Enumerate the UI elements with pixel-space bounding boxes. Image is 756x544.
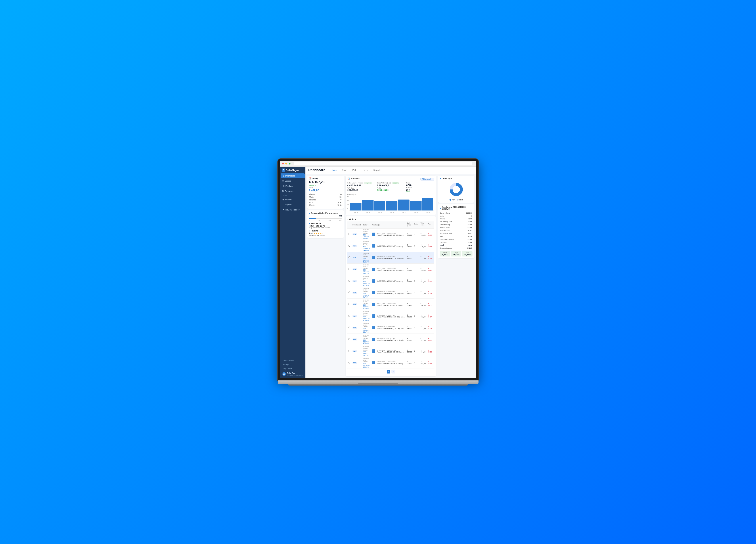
url-bar[interactable] bbox=[294, 162, 472, 165]
nav-trends[interactable]: Trends bbox=[361, 168, 370, 172]
row-order-2: 25.09.23 15:44 • Pending 305-5310003-612… bbox=[362, 252, 371, 263]
page-1-button[interactable]: 1 bbox=[387, 370, 390, 373]
nav-chart[interactable]: Chart bbox=[341, 168, 348, 172]
row-check-10[interactable] bbox=[347, 345, 351, 357]
chart-label-1: Nov 4 bbox=[362, 211, 374, 213]
orders-card: ≡ Orders Fulfillment bbox=[346, 216, 436, 376]
today-profit-pct: +15,27 % bbox=[309, 184, 316, 186]
metric-margin-value: 11,56% bbox=[452, 254, 461, 256]
row-check-6[interactable] bbox=[347, 298, 351, 310]
table-row[interactable]: FBA 25.09.23 13:58 • Shipped 305-9983492… bbox=[347, 322, 434, 334]
order-link-8[interactable]: 305-9983492-5617900 bbox=[363, 327, 370, 333]
order-link-10[interactable]: 302-7598371-5912352 bbox=[363, 351, 370, 356]
order-type-card: ● Order Type bbox=[438, 176, 474, 203]
row-fulfillment-11: FBA bbox=[351, 357, 362, 369]
product-thumb-6 bbox=[372, 303, 375, 306]
sidebar-item-help[interactable]: Help Center bbox=[281, 367, 304, 371]
breakdown-row-3: Advertising costs € 0,00 bbox=[440, 221, 472, 223]
sidebar-item-settings[interactable]: Settings bbox=[281, 363, 304, 367]
row-check-4[interactable] bbox=[347, 275, 351, 287]
row-sale-price-9: € 731,00 bbox=[406, 334, 413, 345]
order-link-5[interactable]: 304-2285724-4178734 bbox=[363, 292, 370, 298]
breakdown-value-9: € 0,00 bbox=[462, 238, 472, 241]
breakdown-row-10: Expenses € 0,00 bbox=[440, 241, 472, 244]
logo-icon: S bbox=[282, 168, 285, 172]
chart-bar-3 bbox=[386, 201, 397, 210]
row-check-2[interactable] bbox=[347, 252, 351, 263]
close-window-button[interactable] bbox=[282, 163, 284, 164]
table-row[interactable]: FBA 25.09.23 13:49 • Shipped 303-4637388… bbox=[347, 334, 434, 345]
laptop-container: S SellerMagnet ⊞ Dashboard ≡ Orders ▦ Pr… bbox=[278, 159, 479, 386]
sidebar-item-orders[interactable]: ≡ Orders bbox=[281, 179, 305, 183]
sidebar-item-expenses[interactable]: $ Expenses bbox=[281, 189, 305, 194]
user-initials: JD bbox=[283, 373, 285, 375]
order-link-3[interactable]: 028-6955776-2231525 bbox=[363, 269, 370, 275]
row-check-0[interactable] bbox=[347, 228, 351, 240]
page-2-button[interactable]: 2 bbox=[391, 370, 395, 373]
maximize-window-button[interactable] bbox=[289, 163, 290, 164]
margin-label: Margin bbox=[309, 204, 329, 206]
orders-title: ≡ Orders bbox=[347, 218, 434, 220]
orders-table: Fulfillment Order ↑ Product(s) Sale pric… bbox=[347, 221, 434, 369]
sidebar-item-repricer[interactable]: ↕ Repricer bbox=[281, 202, 305, 207]
orders-icon: ≡ bbox=[347, 218, 349, 220]
table-row[interactable]: FBA 25.09.23 15:17 • Shipped 028-6955776… bbox=[347, 263, 434, 275]
nav-pnl[interactable]: P&L bbox=[351, 168, 358, 172]
table-row[interactable]: FBA 25.09.23 13:35 • Shipped 302-7598371… bbox=[347, 345, 434, 357]
performance-title: ● Amazon Seller Performance bbox=[309, 212, 342, 214]
today-title-icon: 📅 bbox=[309, 177, 312, 180]
return-rate-dot: ● bbox=[309, 223, 310, 225]
row-check-5[interactable] bbox=[347, 287, 351, 298]
laptop-screen: S SellerMagnet ⊞ Dashboard ≡ Orders ▦ Pr… bbox=[278, 159, 479, 380]
table-row[interactable]: FBA 25.09.23 13:17 • Shipped 304-9528010… bbox=[347, 357, 434, 369]
sidebar-item-dashboard[interactable]: ⊞ Dashboard bbox=[281, 173, 305, 178]
breakdown-row-2: Promo € 0,00 bbox=[440, 218, 472, 220]
refunds-pct: 100% bbox=[406, 191, 434, 193]
table-row[interactable]: FBA 25.09.23 14:00 • Shipped 303-2592715… bbox=[347, 310, 434, 322]
period-selector-button[interactable]: This month ▾ bbox=[420, 178, 434, 181]
breakdown-icon: ● bbox=[440, 207, 441, 209]
row-check-3[interactable] bbox=[347, 263, 351, 275]
order-link-1[interactable]: 305-0090981-2449968 bbox=[363, 246, 370, 251]
table-row[interactable]: FBA 25.09.23 13:09 • Pending 305-0090981… bbox=[347, 240, 434, 252]
stats-header: 📊 Statistics This month ▾ bbox=[347, 177, 434, 181]
nav-reports[interactable]: Reports bbox=[372, 168, 382, 172]
row-profit-8: € 114,29 bbox=[433, 322, 434, 334]
row-check-8[interactable] bbox=[347, 322, 351, 334]
breakdown-label-0: Sales volume bbox=[440, 212, 462, 214]
table-row[interactable]: FBA 25.09.23 14:18 • Shipped 304-9588381… bbox=[347, 298, 434, 310]
order-link-4[interactable]: 304-2285724-4178734 bbox=[363, 281, 370, 286]
sidebar-item-sourcer[interactable]: ◈ Sourcer bbox=[281, 197, 305, 202]
table-row[interactable]: FBA 25.09.23 18:35 • Shipped 306-5296310… bbox=[347, 228, 434, 240]
return-rate-label: Return Rate bbox=[311, 223, 321, 225]
order-link-7[interactable]: 303-2592715-9700316 bbox=[363, 316, 370, 321]
minimize-window-button[interactable] bbox=[285, 163, 287, 164]
breakdown-row-6: Amazon fees € 10,93 bbox=[440, 229, 472, 232]
margin-value: 12 % bbox=[329, 204, 341, 206]
row-order-10: 25.09.23 13:35 • Shipped 302-7598371-591… bbox=[362, 345, 371, 357]
order-link-6[interactable]: 304-9588381-8160358 bbox=[363, 304, 370, 310]
product-thumb-3 bbox=[372, 268, 375, 271]
sidebar-item-products[interactable]: ▦ Products bbox=[281, 184, 305, 188]
row-check-7[interactable] bbox=[347, 310, 351, 322]
order-link-9[interactable]: 303-4637388-4532368 bbox=[363, 339, 370, 345]
sidebar-item-refer[interactable]: Refer a Friend bbox=[281, 358, 304, 362]
product-thumb-0 bbox=[372, 233, 375, 236]
row-check-1[interactable] bbox=[347, 240, 351, 252]
order-link-11[interactable]: 304-9528010-4258768 bbox=[363, 363, 370, 368]
row-sale-price-0: € 904,00 bbox=[406, 228, 413, 240]
order-type-title-text: Order Type bbox=[442, 177, 452, 180]
browser-bar bbox=[280, 161, 476, 167]
row-total-8: € 731,00 bbox=[420, 322, 427, 334]
sidebar-item-review-request[interactable]: ★ Review Request bbox=[281, 207, 305, 212]
nav-home[interactable]: Home bbox=[330, 168, 338, 172]
table-row[interactable]: FBA 25.09.23 15:01 • Shipped 304-2285724… bbox=[347, 275, 434, 287]
order-link-2[interactable]: 305-5310003-6122745 bbox=[363, 257, 370, 263]
row-check-9[interactable] bbox=[347, 334, 351, 345]
order-link-0[interactable]: 306-5296310-2939504 bbox=[363, 234, 370, 240]
table-row[interactable]: FBA 25.09.23 15:44 • Pending 305-5310003… bbox=[347, 252, 434, 263]
row-order-1: 25.09.23 13:09 • Pending 305-0090981-244… bbox=[362, 240, 371, 252]
table-row[interactable]: FBA 25.09.23 14:38 • Shipped 304-2285724… bbox=[347, 287, 434, 298]
row-check-11[interactable] bbox=[347, 357, 351, 369]
row-profit-4: € 160,66 bbox=[433, 275, 434, 287]
